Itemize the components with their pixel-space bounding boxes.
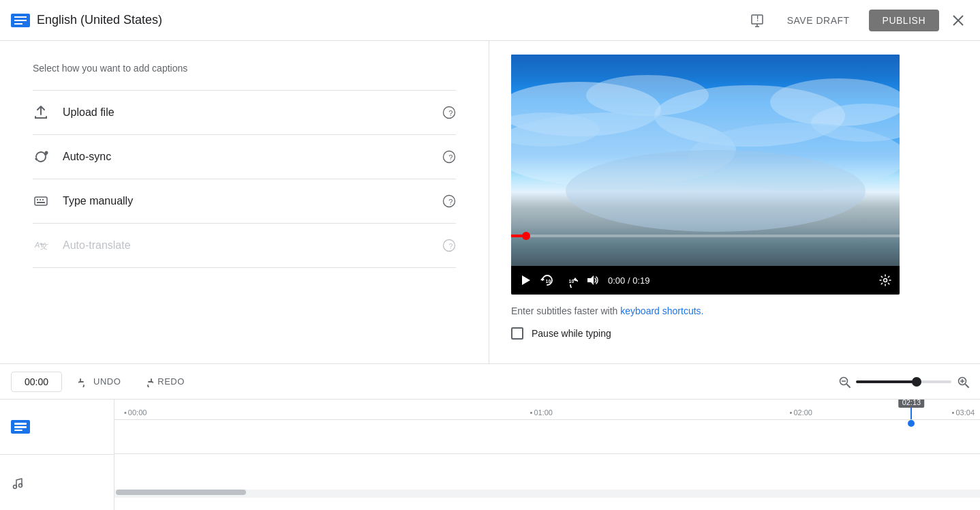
ruler-tick-2: 02:00 (790, 408, 812, 417)
auto-sync-icon (33, 149, 49, 165)
svg-rect-20 (37, 202, 45, 203)
caption-track-row (114, 420, 980, 454)
option-type-manually[interactable]: Type manually ? (33, 179, 456, 224)
timeline-tracks: 00:00 01:00 02:00 03:04 02:13 (114, 400, 980, 510)
svg-text:10: 10 (546, 279, 551, 284)
left-panel: Select how you want to add captions Uplo… (0, 41, 489, 363)
scrollbar-thumb[interactable] (116, 490, 246, 495)
zoom-in-icon[interactable] (957, 376, 969, 388)
panel-title: Select how you want to add captions (33, 63, 456, 74)
timeline-ruler: 00:00 01:00 02:00 03:04 02:13 (114, 400, 980, 420)
music-track-row (114, 454, 980, 488)
progress-fill (511, 235, 527, 237)
redo-button[interactable]: REDO (137, 372, 190, 391)
settings-button[interactable] (878, 273, 893, 288)
save-draft-button[interactable]: SAVE DRAFT (776, 10, 861, 31)
zoom-out-icon[interactable] (838, 376, 851, 388)
pause-typing-checkbox[interactable] (511, 327, 523, 340)
subtitle-hint: Enter subtitles faster with keyboard sho… (511, 305, 958, 316)
keyboard-shortcuts-link[interactable]: keyboard shortcuts. (620, 305, 703, 316)
play-button[interactable] (518, 273, 533, 288)
video-time: 0:00 / 0:19 (608, 275, 649, 286)
caption-track-label (0, 400, 114, 455)
svg-text:10: 10 (569, 279, 575, 284)
svg-text:?: ? (448, 198, 453, 206)
svg-point-13 (45, 151, 48, 155)
svg-text:?: ? (448, 109, 453, 117)
svg-text:?: ? (448, 242, 453, 250)
track-labels (0, 400, 114, 510)
auto-translate-icon: A 文 (33, 237, 49, 254)
option-auto-sync[interactable]: Auto-sync ? (33, 135, 456, 179)
forward-10-button[interactable]: 10 (562, 271, 579, 289)
undo-button[interactable]: UNDO (73, 372, 126, 391)
caption-track-icon (11, 420, 30, 434)
svg-marker-12 (35, 157, 37, 161)
svg-point-55 (14, 485, 17, 488)
svg-point-44 (884, 279, 887, 282)
playhead-time: 02:13 (899, 400, 925, 408)
playhead-dot (908, 420, 915, 427)
option-auto-translate: A 文 Auto-translate ? (33, 224, 456, 268)
type-manually-help-icon[interactable]: ? (442, 194, 456, 208)
svg-line-46 (847, 385, 850, 387)
svg-rect-0 (14, 16, 27, 18)
volume-button[interactable] (585, 273, 600, 288)
svg-point-56 (19, 483, 22, 487)
video-progress-bar[interactable] (511, 235, 900, 237)
svg-rect-2 (14, 23, 22, 25)
svg-text:?: ? (448, 153, 453, 162)
timeline-scrollbar[interactable] (114, 490, 980, 498)
music-icon (11, 476, 25, 490)
bottom-panel: UNDO REDO (0, 363, 980, 510)
option-upload[interactable]: Upload file ? (33, 91, 456, 135)
feedback-button[interactable]: ! (746, 10, 768, 31)
svg-rect-18 (40, 199, 41, 200)
svg-point-37 (566, 150, 866, 232)
auto-sync-help-icon[interactable]: ? (442, 150, 456, 164)
music-track-label (0, 455, 114, 510)
zoom-slider[interactable] (856, 380, 951, 383)
top-bar-left: English (United States) (11, 13, 162, 27)
auto-translate-label: Auto-translate (63, 239, 131, 252)
top-bar: English (United States) ! SAVE DRAFT PUB… (0, 0, 980, 41)
pause-typing-label: Pause while typing (532, 328, 611, 339)
publish-button[interactable]: PUBLISH (869, 10, 939, 31)
svg-marker-39 (540, 278, 545, 280)
svg-text:!: ! (756, 15, 759, 22)
ruler-tick-1: 01:00 (530, 408, 553, 417)
timeline-area: 00:00 01:00 02:00 03:04 02:13 (0, 400, 980, 510)
svg-marker-43 (587, 275, 594, 285)
auto-sync-label: Auto-sync (63, 151, 111, 163)
option-list: Upload file ? (33, 90, 456, 268)
right-panel: 10 10 (489, 41, 980, 363)
svg-rect-1 (14, 20, 27, 21)
type-manually-label: Type manually (63, 195, 133, 207)
upload-icon (33, 104, 49, 121)
top-bar-right: ! SAVE DRAFT PUBLISH (746, 10, 969, 31)
svg-rect-53 (14, 426, 27, 428)
upload-help-icon[interactable]: ? (442, 106, 456, 119)
svg-rect-16 (35, 197, 47, 205)
video-controls: 10 10 (511, 266, 900, 295)
svg-rect-52 (14, 423, 27, 425)
svg-marker-38 (522, 275, 530, 285)
svg-rect-19 (42, 199, 44, 200)
time-input[interactable] (11, 372, 62, 392)
rewind-10-button[interactable]: 10 (538, 271, 556, 289)
main-content: Select how you want to add captions Uplo… (0, 41, 980, 363)
auto-translate-help-icon[interactable]: ? (442, 239, 456, 252)
video-player: 10 10 (511, 55, 900, 295)
close-button[interactable] (947, 10, 969, 31)
page-title: English (United States) (37, 13, 162, 27)
timeline-toolbar: UNDO REDO (0, 364, 980, 400)
keyboard-icon (33, 193, 49, 209)
video-thumbnail (511, 55, 900, 266)
playhead[interactable]: 02:13 (910, 400, 912, 419)
zoom-controls (838, 376, 969, 388)
svg-line-49 (966, 385, 968, 387)
ruler-tick-3: 03:04 (952, 408, 975, 417)
ruler-tick-0: 00:00 (124, 408, 147, 417)
svg-text:A: A (34, 241, 40, 249)
pause-while-typing: Pause while typing (511, 327, 958, 340)
